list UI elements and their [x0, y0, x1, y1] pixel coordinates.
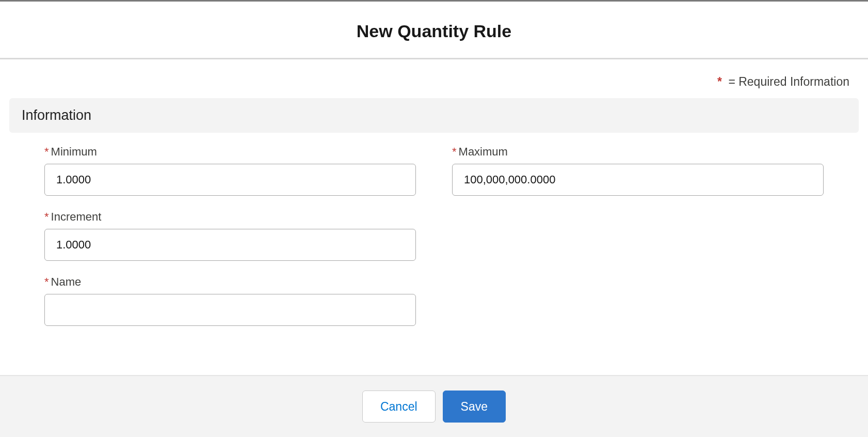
field-increment: *Increment	[44, 210, 416, 261]
input-increment[interactable]	[44, 229, 416, 261]
label-text-minimum: Minimum	[51, 145, 97, 158]
input-maximum[interactable]	[452, 164, 824, 196]
label-increment: *Increment	[44, 210, 416, 224]
cancel-button[interactable]: Cancel	[362, 391, 436, 423]
save-button[interactable]: Save	[443, 391, 506, 423]
empty-cell	[452, 275, 824, 326]
label-text-increment: Increment	[51, 210, 102, 223]
required-asterisk-icon: *	[44, 210, 49, 223]
label-minimum: *Minimum	[44, 145, 416, 159]
input-minimum[interactable]	[44, 164, 416, 196]
field-maximum: *Maximum	[452, 145, 824, 196]
empty-cell	[452, 210, 824, 261]
required-asterisk-icon: *	[452, 145, 457, 158]
section-title: Information	[22, 107, 846, 123]
label-text-name: Name	[51, 275, 82, 288]
label-name: *Name	[44, 275, 416, 289]
modal-title: New Quantity Rule	[0, 21, 868, 41]
required-asterisk-icon: *	[44, 145, 49, 158]
modal-header: New Quantity Rule	[0, 2, 868, 59]
required-info-text: = Required Information	[728, 75, 849, 88]
required-asterisk-icon: *	[44, 275, 49, 288]
label-maximum: *Maximum	[452, 145, 824, 159]
required-info-note: * = Required Information	[9, 75, 859, 89]
form-grid: *Minimum *Maximum *Increment *Name	[9, 145, 859, 326]
label-text-maximum: Maximum	[459, 145, 508, 158]
modal-content: * = Required Information Information *Mi…	[0, 59, 868, 375]
input-name[interactable]	[44, 294, 416, 326]
section-header-information: Information	[9, 98, 859, 133]
required-asterisk-icon: *	[717, 75, 722, 88]
modal-footer: Cancel Save	[0, 375, 868, 437]
field-minimum: *Minimum	[44, 145, 416, 196]
field-name: *Name	[44, 275, 416, 326]
